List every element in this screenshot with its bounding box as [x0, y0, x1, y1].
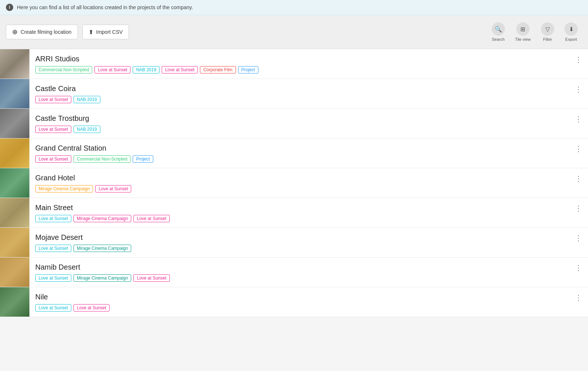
location-menu-button[interactable]: ⋮ — [569, 168, 588, 183]
location-thumbnail — [0, 109, 29, 138]
list-item: Main StreetLove at SunsetMirage Cinema C… — [0, 198, 588, 228]
export-icon: ⬇ — [564, 22, 578, 36]
location-thumbnail — [0, 257, 29, 287]
location-tags: Love at SunsetNAB 2019 — [35, 96, 563, 103]
tag[interactable]: NAB 2019 — [133, 66, 159, 73]
location-tags: Love at SunsetLove at Sunset — [35, 304, 563, 311]
tag[interactable]: Project — [238, 66, 258, 73]
create-icon: ⊕ — [12, 28, 18, 36]
list-item: Mojave DesertLove at SunsetMirage Cinema… — [0, 228, 588, 257]
tile-view-icon: ⊞ — [516, 22, 530, 36]
location-thumbnail — [0, 168, 29, 198]
info-bar: i Here you can find a list of all locati… — [0, 0, 588, 15]
tag[interactable]: Love at Sunset — [133, 215, 169, 222]
location-name[interactable]: Grand Hotel — [35, 174, 563, 182]
location-thumbnail — [0, 287, 29, 317]
tag[interactable]: Love at Sunset — [35, 274, 71, 282]
filter-button[interactable]: ▽ Filter — [537, 19, 559, 44]
location-name[interactable]: Main Street — [35, 203, 563, 212]
tag[interactable]: Love at Sunset — [35, 126, 71, 133]
location-list: ARRI StudiosCommercial Non-ScriptedLove … — [0, 49, 588, 317]
tile-view-button[interactable]: ⊞ Tile view — [511, 19, 535, 44]
location-thumbnail — [0, 138, 29, 168]
location-menu-button[interactable]: ⋮ — [569, 138, 588, 153]
location-menu-button[interactable]: ⋮ — [569, 49, 588, 64]
location-name[interactable]: Castle Coira — [35, 84, 563, 93]
location-tags: Commercial Non-ScriptedLove at SunsetNAB… — [35, 66, 563, 73]
import-label: Import CSV — [96, 29, 123, 35]
tag[interactable]: NAB 2019 — [74, 126, 100, 133]
location-name[interactable]: ARRI Studios — [35, 55, 563, 63]
location-name[interactable]: Castle Trostburg — [35, 114, 563, 123]
tag[interactable]: Mirage Cinema Campaign — [74, 245, 131, 252]
info-icon: i — [6, 4, 13, 11]
tag[interactable]: Corporate Film — [200, 66, 236, 73]
location-tags: Love at SunsetNAB 2019 — [35, 126, 563, 133]
filter-icon: ▽ — [541, 22, 554, 36]
location-tags: Love at SunsetCommercial Non-ScriptedPro… — [35, 155, 563, 163]
list-item: Grand Central StationLove at SunsetComme… — [0, 138, 588, 168]
info-message: Here you can find a list of all location… — [17, 4, 193, 10]
export-button[interactable]: ⬇ Export — [560, 19, 582, 44]
list-item: Grand HotelMirage Cinema CampaignLove at… — [0, 168, 588, 198]
tag[interactable]: Love at Sunset — [35, 304, 71, 311]
toolbar-right: 🔍 Search ⊞ Tile view ▽ Filter ⬇ Export — [487, 19, 582, 44]
tag[interactable]: Project — [133, 155, 153, 163]
import-icon: ⬆ — [89, 29, 93, 36]
tag[interactable]: Commercial Non-Scripted — [35, 66, 92, 73]
tag[interactable]: Love at Sunset — [133, 274, 169, 282]
tag[interactable]: Love at Sunset — [74, 304, 110, 311]
tag[interactable]: Love at Sunset — [94, 66, 130, 73]
location-thumbnail — [0, 79, 29, 108]
list-item: NileLove at SunsetLove at Sunset⋮ — [0, 287, 588, 317]
list-item: Castle TrostburgLove at SunsetNAB 2019⋮ — [0, 109, 588, 138]
location-tags: Love at SunsetMirage Cinema CampaignLove… — [35, 215, 563, 222]
location-tags: Love at SunsetMirage Cinema CampaignLove… — [35, 274, 563, 282]
location-menu-button[interactable]: ⋮ — [569, 257, 588, 272]
tag[interactable]: NAB 2019 — [74, 96, 100, 103]
tag[interactable]: Love at Sunset — [162, 66, 198, 73]
list-item: ARRI StudiosCommercial Non-ScriptedLove … — [0, 49, 588, 79]
list-item: Namib DesertLove at SunsetMirage Cinema … — [0, 257, 588, 287]
location-name[interactable]: Mojave Desert — [35, 233, 563, 242]
location-menu-button[interactable]: ⋮ — [569, 228, 588, 242]
toolbar: ⊕ Create filming location ⬆ Import CSV 🔍… — [0, 15, 588, 49]
location-thumbnail — [0, 49, 29, 79]
import-csv-button[interactable]: ⬆ Import CSV — [82, 25, 129, 39]
create-filming-location-button[interactable]: ⊕ Create filming location — [6, 25, 78, 39]
tag[interactable]: Love at Sunset — [35, 245, 71, 252]
tag[interactable]: Love at Sunset — [35, 215, 71, 222]
tag[interactable]: Mirage Cinema Campaign — [35, 185, 93, 192]
location-menu-button[interactable]: ⋮ — [569, 109, 588, 123]
tag[interactable]: Love at Sunset — [35, 155, 71, 163]
toolbar-left: ⊕ Create filming location ⬆ Import CSV — [6, 25, 129, 39]
location-menu-button[interactable]: ⋮ — [569, 198, 588, 213]
tag[interactable]: Love at Sunset — [95, 185, 131, 192]
location-name[interactable]: Nile — [35, 293, 563, 301]
list-item: Castle CoiraLove at SunsetNAB 2019⋮ — [0, 79, 588, 109]
search-button[interactable]: 🔍 Search — [487, 19, 509, 44]
tag[interactable]: Mirage Cinema Campaign — [74, 274, 131, 282]
search-icon: 🔍 — [492, 22, 505, 36]
location-menu-button[interactable]: ⋮ — [569, 79, 588, 94]
location-thumbnail — [0, 198, 29, 227]
tag[interactable]: Commercial Non-Scripted — [74, 155, 130, 163]
location-tags: Love at SunsetMirage Cinema Campaign — [35, 245, 563, 252]
location-thumbnail — [0, 228, 29, 257]
location-tags: Mirage Cinema CampaignLove at Sunset — [35, 185, 563, 192]
tag[interactable]: Love at Sunset — [35, 96, 71, 103]
tag[interactable]: Mirage Cinema Campaign — [74, 215, 131, 222]
location-menu-button[interactable]: ⋮ — [569, 287, 588, 302]
create-label: Create filming location — [21, 29, 72, 35]
location-name[interactable]: Namib Desert — [35, 263, 563, 271]
location-name[interactable]: Grand Central Station — [35, 144, 563, 152]
